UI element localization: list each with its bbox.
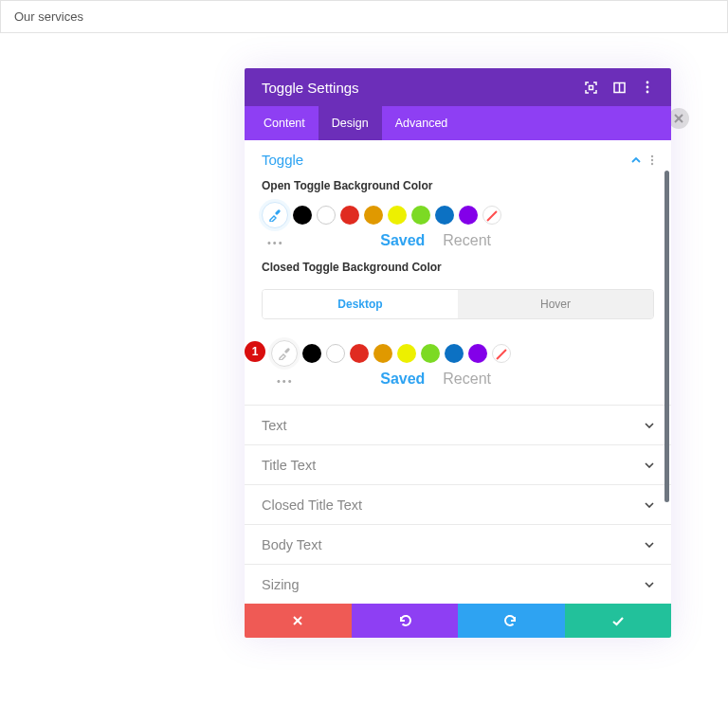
accordion-text[interactable]: Text	[245, 405, 671, 444]
panel-footer	[245, 604, 671, 638]
svg-point-7	[646, 91, 649, 94]
chevron-down-icon	[645, 542, 654, 548]
swatch-red[interactable]	[340, 206, 359, 225]
swatch-blue[interactable]	[445, 344, 464, 363]
accordion-body-text[interactable]: Body Text	[245, 524, 671, 564]
swatch-black[interactable]	[302, 344, 321, 363]
expand-icon[interactable]	[584, 81, 597, 94]
svg-point-9	[651, 158, 653, 160]
accordion-label: Body Text	[262, 537, 321, 552]
undo-button[interactable]	[352, 604, 459, 638]
more-dots-icon[interactable]: •••	[262, 371, 294, 387]
more-dots-icon[interactable]: •••	[262, 233, 284, 248]
tabs: Content Design Advanced	[245, 106, 671, 140]
closed-bg-label: Closed Toggle Background Color	[245, 257, 671, 283]
chevron-down-icon	[645, 582, 654, 588]
toggle-hover[interactable]: Hover	[458, 290, 653, 318]
eyedropper-icon[interactable]	[271, 340, 298, 367]
accordion-label: Closed Title Text	[262, 497, 362, 513]
step-marker-1: 1	[245, 341, 265, 362]
swatch-white[interactable]	[317, 206, 336, 225]
swatch-none[interactable]	[492, 344, 511, 363]
redo-button[interactable]	[458, 604, 565, 638]
swatch-orange[interactable]	[364, 206, 383, 225]
panel-header: Toggle Settings	[245, 68, 671, 106]
swatch-purple[interactable]	[468, 344, 487, 363]
swatch-red[interactable]	[350, 344, 369, 363]
confirm-button[interactable]	[565, 604, 672, 638]
columns-icon[interactable]	[612, 81, 626, 94]
page-title: Our services	[14, 9, 83, 24]
svg-rect-2	[589, 85, 592, 89]
swatch-blue[interactable]	[435, 206, 454, 225]
accordion-label: Sizing	[262, 577, 300, 592]
svg-point-5	[646, 81, 649, 84]
chevron-down-icon	[645, 423, 654, 428]
swatch-none[interactable]	[482, 206, 501, 225]
cancel-button[interactable]	[245, 604, 352, 638]
swatch-yellow[interactable]	[388, 206, 407, 225]
palette-tab-saved[interactable]: Saved	[380, 371, 425, 387]
palette-tab-saved[interactable]: Saved	[380, 232, 425, 248]
toggle-desktop[interactable]: Desktop	[263, 290, 458, 318]
palette-tab-recent[interactable]: Recent	[443, 371, 491, 387]
panel-title: Toggle Settings	[262, 80, 359, 96]
tab-content[interactable]: Content	[250, 106, 318, 140]
desktop-hover-toggle: Desktop Hover	[262, 289, 654, 319]
closed-bg-swatches	[271, 340, 654, 367]
accordion-sizing[interactable]: Sizing	[245, 564, 671, 604]
swatch-yellow[interactable]	[397, 344, 416, 363]
panel-body: Toggle Open Toggle Background Color	[245, 140, 671, 604]
chevron-down-icon	[645, 502, 654, 508]
more-icon[interactable]	[641, 81, 654, 94]
accordion-label: Text	[262, 418, 287, 433]
palette-tab-recent[interactable]: Recent	[443, 232, 491, 248]
settings-panel: Toggle Settings Content Design Advanced …	[245, 68, 671, 638]
chevron-down-icon	[645, 462, 654, 468]
chevron-up-icon[interactable]	[631, 157, 641, 163]
accordion-title-text[interactable]: Title Text	[245, 444, 671, 484]
accordion-closed-title-text[interactable]: Closed Title Text	[245, 484, 671, 524]
svg-point-10	[651, 162, 653, 164]
swatch-green[interactable]	[421, 344, 440, 363]
open-bg-label: Open Toggle Background Color	[245, 175, 671, 202]
swatch-white[interactable]	[326, 344, 345, 363]
tab-advanced[interactable]: Advanced	[382, 106, 462, 140]
close-icon[interactable]	[668, 108, 689, 129]
swatch-black[interactable]	[293, 206, 312, 225]
open-bg-swatches	[262, 202, 654, 228]
svg-point-8	[651, 154, 653, 156]
accordion-label: Title Text	[262, 458, 316, 473]
swatch-orange[interactable]	[373, 344, 392, 363]
section-toggle-header[interactable]: Toggle	[245, 140, 671, 175]
section-title: Toggle	[262, 152, 303, 168]
swatch-purple[interactable]	[459, 206, 478, 225]
swatch-green[interactable]	[411, 206, 430, 225]
tab-design[interactable]: Design	[318, 106, 382, 140]
page-topbar: Our services	[0, 0, 728, 33]
eyedropper-icon[interactable]	[262, 202, 288, 228]
section-more-icon[interactable]	[650, 154, 654, 166]
svg-point-6	[646, 86, 649, 89]
